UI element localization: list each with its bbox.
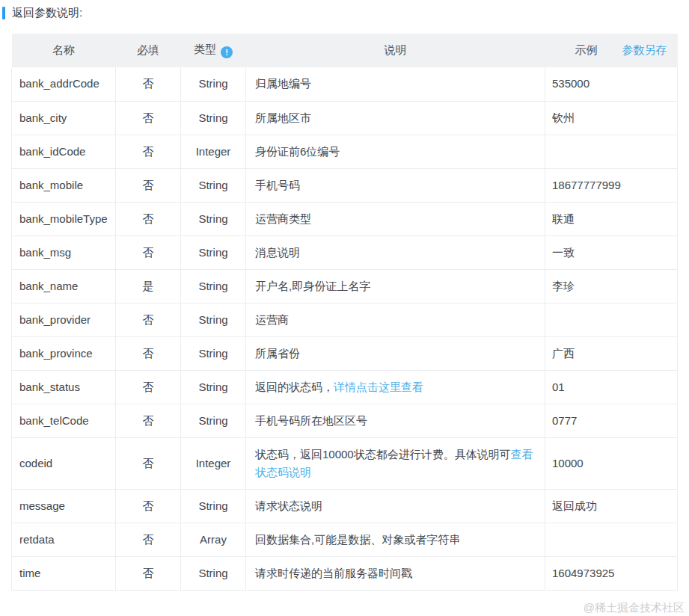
table-row: bank_mobileType否String运营商类型联通 bbox=[12, 202, 678, 235]
save-params-button[interactable]: 参数另存 bbox=[622, 43, 667, 58]
description-text: 所属省份 bbox=[255, 347, 300, 360]
param-name-cell: bank_provider bbox=[12, 303, 116, 336]
example-cell: 李珍 bbox=[545, 269, 678, 303]
example-cell: 返回成功 bbox=[545, 489, 678, 523]
description-text: 消息说明 bbox=[255, 246, 300, 259]
required-cell: 否 bbox=[116, 168, 181, 202]
params-table-wrap: 名称 必填 类型! 说明 示例 参数另存 bank_addrCode否Strin… bbox=[11, 34, 689, 591]
required-cell: 否 bbox=[116, 336, 181, 370]
description-text: 请求时传递的当前服务器时间戳 bbox=[255, 567, 412, 579]
description-cell: 状态码，返回10000状态都会进行计费。具体说明可查看状态码说明 bbox=[246, 437, 545, 489]
header-description: 说明 bbox=[246, 34, 545, 67]
description-cell: 开户名,即身份证上名字 bbox=[246, 269, 545, 303]
type-cell: String bbox=[181, 489, 246, 523]
required-cell: 否 bbox=[116, 489, 181, 523]
param-name-cell: time bbox=[12, 556, 116, 590]
type-cell: String bbox=[181, 168, 246, 202]
type-cell: String bbox=[181, 269, 246, 303]
description-text: 状态码，返回10000状态都会进行计费。具体说明可 bbox=[255, 448, 511, 461]
required-cell: 否 bbox=[116, 370, 181, 404]
param-name-cell: bank_name bbox=[12, 269, 116, 303]
header-type: 类型! bbox=[181, 34, 246, 67]
table-row: retdata否Array回数据集合,可能是数据、对象或者字符串 bbox=[12, 523, 678, 556]
param-name-cell: bank_mobileType bbox=[12, 202, 116, 235]
description-cell: 请求时传递的当前服务器时间戳 bbox=[246, 556, 545, 590]
example-cell: 1604973925 bbox=[545, 556, 678, 590]
title-accent-bar bbox=[2, 7, 5, 19]
param-name-cell: bank_telCode bbox=[12, 404, 116, 437]
table-row: bank_city否String所属地区市钦州 bbox=[12, 101, 678, 135]
params-table: 名称 必填 类型! 说明 示例 参数另存 bank_addrCode否Strin… bbox=[11, 34, 678, 591]
description-cell: 身份证前6位编号 bbox=[246, 135, 545, 168]
description-cell: 返回的状态码，详情点击这里查看 bbox=[246, 370, 545, 404]
table-row: bank_addrCode否String归属地编号535000 bbox=[12, 67, 678, 101]
description-cell: 请求状态说明 bbox=[246, 489, 545, 523]
table-header-row: 名称 必填 类型! 说明 示例 参数另存 bbox=[12, 34, 678, 67]
type-cell: String bbox=[181, 67, 246, 101]
description-cell: 运营商类型 bbox=[246, 202, 545, 235]
required-cell: 否 bbox=[116, 101, 181, 135]
example-cell: 一致 bbox=[545, 235, 678, 269]
required-cell: 否 bbox=[116, 437, 181, 489]
description-text: 手机号码 bbox=[255, 179, 300, 191]
description-text: 开户名,即身份证上名字 bbox=[255, 280, 370, 292]
description-cell: 回数据集合,可能是数据、对象或者字符串 bbox=[246, 523, 545, 556]
watermark: @稀土掘金技术社区 bbox=[584, 601, 685, 615]
description-text: 所属地区市 bbox=[255, 111, 311, 124]
type-cell: String bbox=[181, 101, 246, 135]
type-cell: String bbox=[181, 202, 246, 235]
param-name-cell: bank_province bbox=[12, 336, 116, 370]
example-cell: 联通 bbox=[545, 202, 678, 235]
type-cell: String bbox=[181, 303, 246, 336]
type-cell: Integer bbox=[181, 135, 246, 168]
description-link[interactable]: 详情点击这里查看 bbox=[334, 381, 423, 393]
table-row: codeid否Integer状态码，返回10000状态都会进行计费。具体说明可查… bbox=[12, 437, 678, 489]
type-info-icon[interactable]: ! bbox=[221, 46, 233, 58]
table-row: bank_status否String返回的状态码，详情点击这里查看01 bbox=[12, 370, 678, 404]
param-name-cell: message bbox=[12, 489, 116, 523]
type-cell: String bbox=[181, 336, 246, 370]
required-cell: 是 bbox=[116, 269, 181, 303]
param-name-cell: bank_mobile bbox=[12, 168, 116, 202]
description-cell: 归属地编号 bbox=[246, 67, 545, 101]
type-cell: String bbox=[181, 370, 246, 404]
table-row: bank_mobile否String手机号码18677777999 bbox=[12, 168, 678, 202]
docs-page: 返回参数说明: 名称 必填 类型! 说明 bbox=[0, 0, 689, 616]
example-cell: 0777 bbox=[545, 404, 678, 437]
param-name-cell: retdata bbox=[12, 523, 116, 556]
required-cell: 否 bbox=[116, 556, 181, 590]
description-text: 手机号码所在地区区号 bbox=[255, 414, 367, 427]
example-cell bbox=[545, 523, 678, 556]
description-cell: 所属地区市 bbox=[246, 101, 545, 135]
table-body: bank_addrCode否String归属地编号535000bank_city… bbox=[12, 67, 678, 590]
table-row: bank_provider否String运营商 bbox=[12, 303, 678, 336]
table-row: time否String请求时传递的当前服务器时间戳1604973925 bbox=[12, 556, 678, 590]
param-name-cell: bank_status bbox=[12, 370, 116, 404]
required-cell: 否 bbox=[116, 202, 181, 235]
type-cell: String bbox=[181, 556, 246, 590]
type-cell: Integer bbox=[181, 437, 246, 489]
required-cell: 否 bbox=[116, 303, 181, 336]
param-name-cell: bank_msg bbox=[12, 235, 116, 269]
table-row: bank_msg否String消息说明一致 bbox=[12, 235, 678, 269]
description-text: 返回的状态码， bbox=[255, 381, 334, 393]
param-name-cell: codeid bbox=[12, 437, 116, 489]
table-row: bank_telCode否String手机号码所在地区区号0777 bbox=[12, 404, 678, 437]
description-text: 运营商 bbox=[255, 313, 289, 326]
header-required: 必填 bbox=[116, 34, 181, 67]
required-cell: 否 bbox=[116, 67, 181, 101]
example-cell: 18677777999 bbox=[545, 168, 678, 202]
description-cell: 消息说明 bbox=[246, 235, 545, 269]
table-row: bank_province否String所属省份广西 bbox=[12, 336, 678, 370]
description-cell: 所属省份 bbox=[246, 336, 545, 370]
description-cell: 运营商 bbox=[246, 303, 545, 336]
description-text: 归属地编号 bbox=[255, 77, 311, 90]
param-name-cell: bank_addrCode bbox=[12, 67, 116, 101]
param-name-cell: bank_idCode bbox=[12, 135, 116, 168]
example-cell bbox=[545, 135, 678, 168]
header-type-label: 类型 bbox=[194, 43, 216, 55]
table-row: bank_name是String开户名,即身份证上名字李珍 bbox=[12, 269, 678, 303]
header-name: 名称 bbox=[12, 34, 116, 67]
description-cell: 手机号码所在地区区号 bbox=[246, 404, 545, 437]
example-cell: 钦州 bbox=[545, 101, 678, 135]
